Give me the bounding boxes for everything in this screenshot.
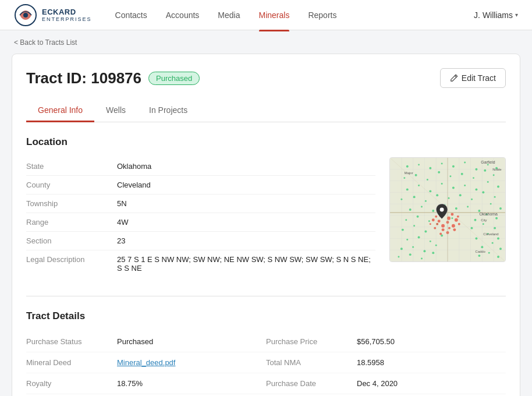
detail-mineral-deed-value[interactable]: Mineral_deed.pdf — [117, 358, 175, 367]
tabs: General Info Wells In Projects — [26, 100, 506, 122]
location-section: State Oklahoma County Cleveland Township… — [26, 157, 506, 277]
svg-point-90 — [435, 245, 437, 246]
svg-point-40 — [429, 190, 431, 192]
svg-point-81 — [418, 236, 420, 238]
svg-point-75 — [424, 231, 427, 233]
svg-point-79 — [494, 227, 496, 229]
svg-point-93 — [499, 248, 502, 250]
field-section: Section 23 — [26, 232, 375, 250]
svg-point-23 — [441, 162, 443, 164]
svg-point-99 — [488, 252, 490, 254]
nav-contacts[interactable]: Contacts — [115, 8, 147, 22]
svg-point-25 — [464, 161, 466, 163]
detail-total-nma-label: Total NMA — [266, 358, 347, 367]
field-state: State Oklahoma — [26, 157, 375, 176]
svg-point-29 — [403, 177, 405, 179]
svg-point-112 — [432, 218, 435, 221]
svg-point-26 — [475, 168, 477, 171]
detail-purchase-price-label: Purchase Price — [266, 337, 347, 346]
svg-text:Oklahoma: Oklahoma — [479, 212, 498, 216]
svg-point-57 — [421, 206, 423, 208]
tract-title: Tract ID: 109876 — [26, 69, 141, 87]
svg-point-70 — [474, 219, 476, 221]
svg-point-47 — [400, 199, 402, 200]
tab-general-info[interactable]: General Info — [26, 100, 94, 122]
svg-point-20 — [406, 165, 409, 168]
field-county-value: Cleveland — [117, 181, 375, 189]
tract-details-right: Purchase Price $56,705.50 Total NMA 18.5… — [266, 331, 506, 394]
svg-point-48 — [413, 196, 416, 198]
field-range-label: Range — [26, 218, 108, 227]
user-chevron-icon: ▾ — [515, 12, 518, 18]
svg-point-129 — [440, 208, 444, 212]
svg-point-117 — [458, 223, 460, 225]
svg-point-41 — [441, 183, 443, 185]
svg-point-86 — [497, 237, 499, 239]
svg-point-116 — [453, 228, 456, 231]
svg-point-33 — [449, 175, 451, 177]
svg-point-22 — [429, 167, 431, 169]
svg-point-21 — [418, 164, 420, 165]
svg-point-45 — [487, 181, 489, 183]
svg-point-49 — [425, 200, 427, 202]
nav-media[interactable]: Media — [218, 8, 240, 22]
user-name: J. Williams — [474, 10, 513, 20]
svg-point-77 — [471, 227, 473, 229]
svg-point-80 — [406, 239, 408, 241]
svg-point-1 — [23, 13, 28, 17]
field-section-value: 23 — [117, 236, 375, 245]
map-svg: Garfield Noble Major Oklahoma City Caddo… — [390, 158, 505, 261]
svg-text:City: City — [481, 218, 487, 222]
detail-purchase-status-value: Purchased — [117, 337, 153, 346]
logo-name-line1: ECKARD — [42, 8, 92, 17]
svg-point-30 — [415, 174, 417, 176]
svg-point-24 — [452, 165, 455, 168]
nav-accounts[interactable]: Accounts — [166, 8, 200, 22]
svg-point-89 — [423, 250, 425, 252]
user-menu[interactable]: J. Williams ▾ — [474, 10, 518, 20]
card-header: Tract ID: 109876 Purchased Edit Tract — [26, 68, 506, 88]
svg-point-98 — [478, 254, 480, 257]
svg-point-97 — [432, 252, 434, 254]
svg-point-63 — [490, 203, 492, 205]
svg-text:Major: Major — [405, 171, 413, 175]
breadcrumb-link[interactable]: Back to Tracts List — [14, 38, 77, 47]
svg-point-87 — [400, 248, 403, 250]
svg-point-82 — [430, 241, 431, 242]
svg-point-46 — [497, 185, 499, 188]
field-range-value: 4W — [117, 218, 375, 227]
nav-reports[interactable]: Reports — [308, 8, 336, 22]
tab-in-projects[interactable]: In Projects — [137, 100, 199, 122]
svg-point-54 — [482, 191, 484, 193]
detail-mineral-deed-label: Mineral Deed — [26, 358, 108, 367]
logo-name-line2: ENTERPRISES — [42, 16, 92, 22]
field-township-label: Township — [26, 199, 108, 208]
detail-purchase-date: Purchase Date Dec 4, 2020 — [266, 373, 506, 394]
svg-point-60 — [455, 207, 457, 210]
svg-point-94 — [398, 256, 399, 258]
svg-point-78 — [483, 223, 484, 225]
svg-point-114 — [442, 228, 445, 231]
logo-icon — [14, 3, 37, 27]
detail-royalty: Royalty 18.75% — [26, 373, 266, 394]
svg-point-34 — [461, 173, 463, 175]
svg-point-95 — [409, 253, 412, 256]
svg-point-113 — [436, 223, 438, 225]
nav-links: Contacts Accounts Media Minerals Reports — [115, 8, 474, 22]
svg-point-52 — [459, 194, 462, 196]
tab-wells[interactable]: Wells — [94, 100, 137, 122]
svg-point-105 — [455, 218, 458, 222]
svg-point-50 — [436, 194, 438, 196]
edit-tract-button[interactable]: Edit Tract — [440, 68, 506, 88]
nav-minerals[interactable]: Minerals — [259, 8, 290, 22]
detail-royalty-value: 18.75% — [117, 379, 143, 388]
detail-purchase-price: Purchase Price $56,705.50 — [266, 331, 506, 352]
svg-point-64 — [499, 207, 502, 210]
svg-point-58 — [432, 210, 434, 212]
svg-point-104 — [451, 213, 453, 215]
field-county: County Cleveland — [26, 176, 375, 195]
field-township-value: 5N — [117, 199, 375, 208]
edit-tract-label: Edit Tract — [462, 73, 496, 83]
svg-point-55 — [494, 196, 496, 198]
location-fields: State Oklahoma County Cleveland Township… — [26, 157, 375, 277]
